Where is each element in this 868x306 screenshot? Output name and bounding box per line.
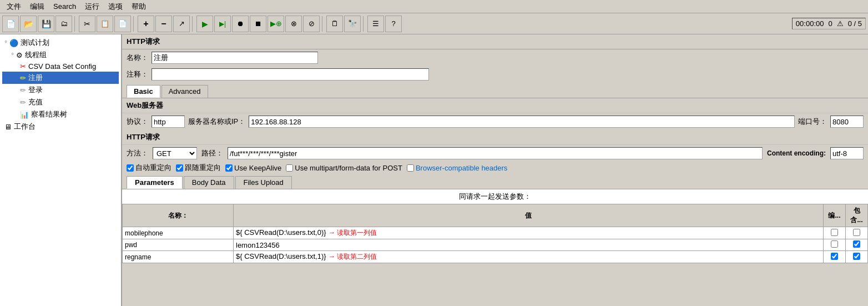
open-button[interactable] (20, 16, 37, 32)
run-no-pause-button[interactable]: ▶| (214, 16, 231, 32)
table-row: regname ${ CSVRead(D:\users.txt,1)} → 读取… (123, 251, 868, 263)
col-header-include: 包含... (846, 204, 868, 227)
param-include-3[interactable] (846, 251, 868, 263)
connector-icon: ° (4, 39, 7, 47)
param-value-1: ${ CSVRead(D:\users.txt,0)} → 读取第一列值 (234, 227, 824, 239)
tree-item-view-results[interactable]: 📊 察看结果树 (2, 108, 119, 121)
remove-button[interactable] (155, 16, 172, 32)
http-request-section: HTTP请求 方法： GET POST PUT DELETE 路径： Conte… (122, 130, 868, 174)
read-label-1: 读取第一列值 (337, 229, 377, 237)
open-icon (24, 19, 33, 28)
method-row: 方法： GET POST PUT DELETE 路径： Content enco… (122, 145, 868, 162)
stop-now-button[interactable]: ⏹ (250, 16, 266, 32)
main-tabs: Basic Advanced (122, 83, 868, 98)
menu-search[interactable]: Search (49, 1, 80, 12)
param-value-3: ${ CSVRead(D:\users.txt,1)} → 读取第二列值 (234, 251, 824, 263)
tree-item-login[interactable]: ✏ 登录 (2, 84, 119, 96)
template-icon: 🗒 (331, 19, 339, 28)
browser-headers-checkbox[interactable]: Browser-compatible headers (407, 164, 507, 172)
inner-tabs: Parameters Body Data Files Upload (122, 174, 868, 189)
help-button[interactable]: ? (385, 16, 402, 32)
menu-help[interactable]: 帮助 (127, 1, 150, 13)
tab-advanced[interactable]: Advanced (162, 85, 208, 98)
saveas-icon: 🗂 (60, 19, 68, 28)
http-panel-title: HTTP请求 (122, 34, 868, 49)
menu-file[interactable]: 文件 (2, 1, 26, 13)
tree-item-register[interactable]: ✏ 注册 (2, 72, 119, 84)
clear-button[interactable]: ☰ (367, 16, 384, 32)
new-button[interactable] (2, 16, 19, 32)
template-button[interactable]: 🗒 (326, 16, 343, 32)
param-name-3: regname (123, 251, 234, 263)
run-button[interactable] (196, 16, 213, 32)
tree-item-workbench[interactable]: 🖥 工作台 (2, 121, 119, 133)
remove-icon (161, 19, 166, 29)
read-label-3: 读取第二列值 (337, 253, 377, 260)
progress-label: 0 / 5 (848, 19, 862, 28)
encoding-input[interactable] (830, 147, 864, 159)
thread-group-label: 线程组 (25, 50, 47, 60)
checkbox-row: 自动重定向 跟随重定向 Use KeepAlive Use multipart/… (122, 162, 868, 174)
multipart-checkbox[interactable]: Use multipart/form-data for POST (286, 164, 402, 172)
name-label: 名称： (127, 53, 148, 63)
tab-basic[interactable]: Basic (127, 85, 160, 98)
protocol-input[interactable] (152, 116, 185, 128)
view-results-label: 察看结果树 (31, 109, 67, 119)
method-label: 方法： (127, 148, 148, 158)
move-up-button[interactable]: ↗ (173, 16, 190, 32)
remote-icon: ▶⊕ (270, 19, 282, 28)
param-edit-1[interactable] (824, 227, 846, 239)
http-title-text: HTTP请求 (127, 37, 160, 46)
port-input[interactable] (830, 116, 864, 128)
thread-group-icon: ⚙ (16, 51, 23, 59)
param-edit-3[interactable] (824, 251, 846, 263)
follow-redirect-checkbox[interactable]: 跟随重定向 (176, 163, 221, 173)
stop-button[interactable]: ⏺ (232, 16, 249, 32)
tree-item-csv-config[interactable]: ✂ CSV Data Set Config (2, 61, 119, 72)
server-input[interactable] (249, 116, 795, 128)
tree-item-test-plan[interactable]: ° 🔵 测试计划 (2, 37, 119, 49)
moveup-icon: ↗ (179, 19, 185, 28)
col-header-edit: 编... (824, 204, 846, 227)
help-icon: ? (391, 19, 395, 28)
copy-icon: 📋 (100, 19, 109, 28)
cut-button[interactable] (79, 16, 95, 32)
register-icon: ✏ (20, 74, 26, 82)
remote-stop-all-button[interactable]: ⊘ (303, 16, 320, 32)
tab-body-data[interactable]: Body Data (184, 176, 234, 189)
add-button[interactable] (138, 16, 154, 32)
server-row: 协议： 服务器名称或IP： 端口号： (122, 113, 868, 130)
method-select[interactable]: GET POST PUT DELETE (153, 147, 197, 159)
copy-button[interactable]: 📋 (97, 16, 113, 32)
elapsed-time: 00:00:00 (796, 19, 824, 28)
menu-edit[interactable]: 编辑 (26, 1, 49, 13)
menu-options[interactable]: 选项 (104, 1, 127, 13)
save-as-button[interactable]: 🗂 (55, 16, 72, 32)
param-include-2[interactable] (846, 239, 868, 251)
remote-start-button[interactable]: ▶⊕ (268, 16, 284, 32)
test-plan-icon: 🔵 (9, 39, 18, 47)
tree-item-recharge[interactable]: ✏ 充值 (2, 96, 119, 108)
save-button[interactable] (38, 16, 54, 32)
tab-parameters[interactable]: Parameters (127, 176, 183, 189)
tree-panel: ° 🔵 测试计划 ° ⚙ 线程组 ✂ CSV Data Set Config ✏… (0, 34, 122, 306)
param-name-2: pwd (123, 239, 234, 251)
param-edit-2[interactable] (824, 239, 846, 251)
remote-stop-button[interactable]: ⊗ (285, 16, 302, 32)
path-input[interactable] (228, 147, 763, 159)
recharge-label: 充值 (28, 97, 43, 107)
name-input[interactable] (152, 52, 318, 64)
csv-icon: ✂ (20, 62, 26, 71)
paste-button[interactable]: 📄 (114, 16, 131, 32)
keep-alive-checkbox[interactable]: Use KeepAlive (225, 164, 281, 172)
note-input[interactable] (152, 68, 429, 81)
function-button[interactable]: 🔭 (344, 16, 361, 32)
tree-item-thread-group[interactable]: ° ⚙ 线程组 (2, 49, 119, 61)
param-include-1[interactable] (846, 227, 868, 239)
protocol-label: 协议： (127, 117, 148, 127)
login-icon: ✏ (20, 86, 26, 94)
tab-files-upload[interactable]: Files Upload (235, 176, 292, 189)
menu-run[interactable]: 运行 (80, 1, 104, 13)
arrow-1: → (328, 228, 335, 237)
auto-redirect-checkbox[interactable]: 自动重定向 (127, 163, 171, 173)
